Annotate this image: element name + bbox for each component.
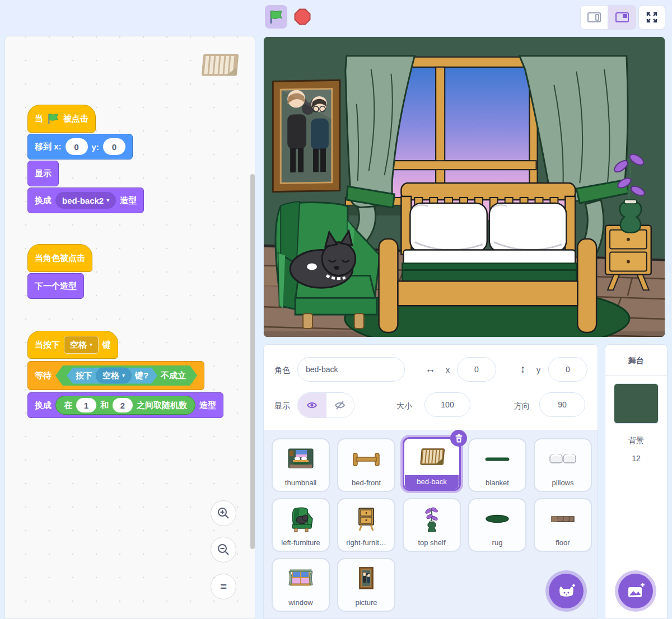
sprite-tile-thumbnail[interactable]: thumbnail [272, 438, 330, 492]
x-input[interactable]: 0 [457, 357, 496, 382]
block-when-key-pressed[interactable]: 当按下 空格 ▾ 键 [27, 331, 118, 359]
block-show[interactable]: 显示 [27, 161, 59, 186]
code-workspace[interactable]: 当 被点击 移到 x: 0 y: 0 显示 换成 bed-back2 ▾ 造型 … [4, 36, 255, 619]
picture-sprite-icon [351, 565, 382, 592]
sprite-watermark-icon [199, 52, 242, 78]
sprite-tile-label: pillows [552, 479, 573, 491]
stage-selector-title: 舞台 [605, 345, 667, 376]
blanket-sprite-icon [482, 446, 513, 472]
sprite-tile-left-furniture[interactable]: left-furniture [272, 498, 330, 552]
block-text: 按下 [76, 371, 92, 381]
bed-front-sprite-icon [351, 446, 382, 472]
small-stage-button[interactable] [580, 5, 608, 30]
key-dropdown[interactable]: 空格 ▾ [96, 367, 132, 384]
sprite-tile-label: window [288, 598, 312, 611]
add-backdrop-button[interactable] [618, 574, 653, 608]
trash-icon [455, 434, 463, 443]
sprite-tile-pillows[interactable]: pillows [534, 438, 592, 492]
show-label: 显示 [274, 401, 290, 411]
size-input[interactable]: 100 [424, 392, 470, 417]
stop-sign-icon [294, 8, 311, 25]
block-text: 当角色被点击 [35, 253, 85, 264]
backdrop-thumbnail[interactable] [614, 383, 659, 424]
sprite-tile-right-furniture[interactable]: right-furnit… [337, 498, 395, 552]
random-max-input[interactable]: 2 [113, 398, 133, 412]
sprite-tile-rug[interactable]: rug [468, 498, 526, 552]
not-operator[interactable]: 按下 空格 ▾ 键? 不成立 [55, 365, 197, 386]
workspace-scrollbar[interactable] [250, 174, 255, 549]
key-dropdown[interactable]: 空格 ▾ [64, 336, 99, 354]
fullscreen-button[interactable] [638, 5, 665, 30]
fullscreen-icon [646, 11, 658, 24]
block-text: 键 [102, 340, 111, 350]
block-text: 和 [100, 400, 109, 411]
floor-sprite-icon [547, 506, 578, 532]
block-switch-costume[interactable]: 换成 bed-back2 ▾ 造型 [27, 187, 144, 213]
chevron-down-icon: ▾ [122, 373, 125, 378]
sprite-tile-label: thumbnail [285, 479, 316, 491]
delete-sprite-button[interactable] [450, 430, 467, 447]
y-label: y [536, 365, 540, 374]
sprite-tile-label: right-furnit… [346, 538, 386, 551]
sprite-tile-label: picture [355, 598, 377, 611]
add-sprite-button[interactable] [549, 574, 584, 608]
window-sprite-icon [285, 565, 316, 592]
dropdown-value: 空格 [70, 340, 87, 350]
block-when-flag-clicked[interactable]: 当 被点击 [27, 105, 96, 133]
block-text: 之间取随机数 [137, 400, 187, 411]
sprite-tile-label: bed-front [352, 479, 381, 491]
right-furniture-sprite-icon [351, 505, 382, 532]
sprite-tile-top-shelf[interactable]: top shelf [403, 498, 461, 552]
stage[interactable] [263, 36, 665, 337]
block-text: 换成 [35, 195, 52, 206]
block-text: 不成立 [161, 371, 186, 381]
backdrop-label: 背景 [605, 436, 667, 446]
block-next-costume[interactable]: 下一个造型 [27, 273, 84, 299]
pick-random-operator[interactable]: 在 1 和 2 之间取随机数 [55, 396, 195, 415]
direction-input[interactable]: 90 [539, 392, 585, 417]
large-stage-button[interactable] [608, 5, 636, 30]
key-pressed-boolean[interactable]: 按下 空格 ▾ 键? [67, 368, 157, 384]
equals-icon: = [220, 580, 227, 593]
block-text: 显示 [35, 168, 52, 179]
sprite-tile-floor[interactable]: floor [534, 498, 592, 552]
rug-sprite-icon [482, 506, 513, 532]
random-min-input[interactable]: 1 [76, 398, 96, 412]
sprite-tile-label: rug [492, 538, 503, 551]
zoom-out-button[interactable] [211, 537, 236, 562]
chevron-down-icon: ▾ [90, 342, 92, 348]
zoom-in-button[interactable] [211, 500, 236, 526]
sprite-tile-window[interactable]: window [272, 558, 330, 612]
block-wait-until[interactable]: 等待 按下 空格 ▾ 键? 不成立 [27, 361, 204, 390]
sprite-name-input[interactable]: bed-back [297, 357, 405, 382]
sprite-list: thumbnail bed-front [264, 430, 598, 619]
pillows-sprite-icon [547, 446, 578, 472]
y-input[interactable]: 0 [548, 357, 587, 382]
hide-button[interactable] [326, 393, 354, 418]
dropdown-value: 空格 [102, 371, 119, 381]
green-flag-button[interactable] [265, 5, 287, 29]
sprite-panel: 角色 bed-back ↔ x 0 ↕ y 0 显示 大小 100 方向 90 [263, 344, 598, 619]
block-go-to-xy[interactable]: 移到 x: 0 y: 0 [27, 134, 133, 160]
x-value-input[interactable]: 0 [66, 138, 88, 155]
sprite-tile-blanket[interactable]: blanket [468, 438, 526, 492]
stop-button[interactable] [293, 7, 312, 26]
block-text: 当 [35, 114, 43, 124]
stage-scene-svg [264, 37, 665, 337]
zoom-reset-button[interactable]: = [211, 574, 236, 599]
green-flag-icon [47, 112, 59, 125]
sprite-tile-bed-front[interactable]: bed-front [337, 438, 395, 492]
x-label: x [446, 365, 450, 374]
block-text: 造型 [120, 195, 137, 206]
x-arrow-icon: ↔ [425, 363, 436, 376]
y-value-input[interactable]: 0 [103, 138, 125, 155]
block-switch-costume-random[interactable]: 换成 在 1 和 2 之间取随机数 造型 [27, 392, 223, 418]
dropdown-value: bed-back2 [62, 196, 104, 205]
block-when-sprite-clicked[interactable]: 当角色被点击 [27, 244, 92, 272]
sprite-tile-picture[interactable]: picture [337, 558, 395, 612]
y-arrow-icon: ↕ [520, 363, 526, 376]
sprite-tile-bed-back[interactable]: bed-back [403, 437, 461, 491]
costume-dropdown[interactable]: bed-back2 ▾ [55, 192, 116, 209]
block-text: 在 [64, 400, 72, 411]
show-button[interactable] [298, 393, 326, 418]
